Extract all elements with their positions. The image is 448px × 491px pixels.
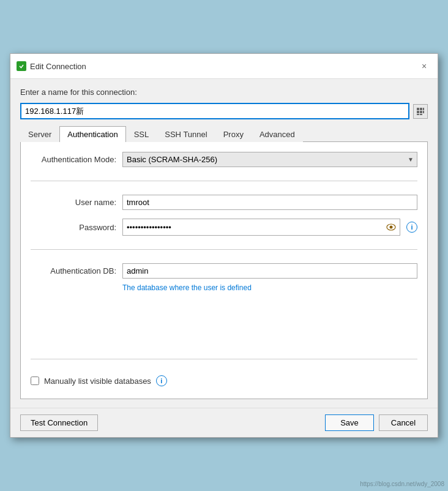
password-label: Password: [31, 223, 116, 232]
tabs-wrapper: Server Authentication SSL SSH Tunnel Pro… [20, 126, 428, 399]
checkbox-info-button[interactable]: i [156, 375, 167, 386]
close-button[interactable]: × [417, 59, 431, 73]
grid-icon[interactable] [413, 104, 428, 119]
auth-mode-row: Authentication Mode: Basic (SCRAM-SHA-25… [31, 152, 417, 167]
svg-rect-1 [417, 108, 419, 110]
svg-rect-4 [417, 111, 419, 113]
title-bar-left: Edit Connection [17, 61, 86, 71]
tab-ssh-tunnel[interactable]: SSH Tunnel [157, 126, 215, 142]
tab-advanced[interactable]: Advanced [252, 126, 303, 142]
password-row: Password: i [31, 219, 417, 236]
watermark: https://blog.csdn.net/wdy_2008 [360, 481, 444, 487]
app-icon [17, 61, 26, 71]
password-input-wrapper [122, 219, 400, 236]
tab-proxy[interactable]: Proxy [215, 126, 252, 142]
connection-name-input[interactable] [20, 103, 409, 119]
footer-right: Save Cancel [325, 414, 428, 431]
username-label: User name: [31, 198, 116, 207]
auth-db-row: Authentication DB: [31, 263, 417, 279]
auth-mode-select-wrapper: Basic (SCRAM-SHA-256) Certificate Kerber… [122, 152, 417, 167]
auth-mode-select[interactable]: Basic (SCRAM-SHA-256) Certificate Kerber… [122, 152, 417, 167]
svg-rect-7 [417, 114, 419, 115]
tab-server[interactable]: Server [20, 126, 59, 142]
divider-2 [31, 249, 417, 250]
auth-db-hint: The database where the user is defined [122, 283, 417, 292]
connection-name-row [20, 103, 428, 119]
svg-rect-5 [420, 111, 422, 113]
save-button[interactable]: Save [325, 414, 374, 431]
username-input[interactable] [122, 195, 417, 210]
divider-3 [31, 359, 417, 359]
manually-list-checkbox[interactable] [31, 377, 39, 385]
tab-content-authentication: Authentication Mode: Basic (SCRAM-SHA-25… [20, 142, 428, 399]
title-bar: Edit Connection × [10, 54, 438, 79]
auth-mode-label: Authentication Mode: [31, 155, 116, 164]
svg-rect-2 [420, 108, 422, 110]
password-toggle-button[interactable] [383, 219, 400, 235]
svg-rect-3 [423, 108, 424, 110]
dialog-title: Edit Connection [30, 62, 86, 71]
svg-rect-6 [423, 111, 424, 113]
footer-left: Test Connection [20, 414, 98, 431]
content-spacer [31, 301, 417, 345]
username-row: User name: [31, 195, 417, 210]
manually-list-label: Manually list visible databases [44, 377, 151, 386]
svg-rect-0 [18, 63, 24, 69]
cancel-button[interactable]: Cancel [379, 414, 428, 431]
password-input[interactable] [123, 220, 383, 234]
tab-authentication[interactable]: Authentication [59, 126, 125, 142]
connection-name-prompt: Enter a name for this connection: [20, 88, 428, 97]
divider-1 [31, 181, 417, 181]
auth-db-input[interactable] [122, 263, 417, 279]
edit-connection-dialog: Edit Connection × Enter a name for this … [10, 53, 438, 438]
svg-rect-8 [420, 114, 422, 115]
test-connection-button[interactable]: Test Connection [20, 414, 98, 431]
auth-db-label: Authentication DB: [31, 266, 116, 275]
dialog-body: Enter a name for this connection: [10, 79, 438, 408]
dialog-footer: Test Connection Save Cancel [10, 408, 438, 437]
tabs-container: Server Authentication SSL SSH Tunnel Pro… [20, 126, 428, 142]
password-info-button[interactable]: i [406, 222, 417, 233]
manually-list-row: Manually list visible databases i [31, 373, 417, 389]
svg-point-10 [390, 226, 393, 229]
tab-ssl[interactable]: SSL [126, 126, 157, 142]
